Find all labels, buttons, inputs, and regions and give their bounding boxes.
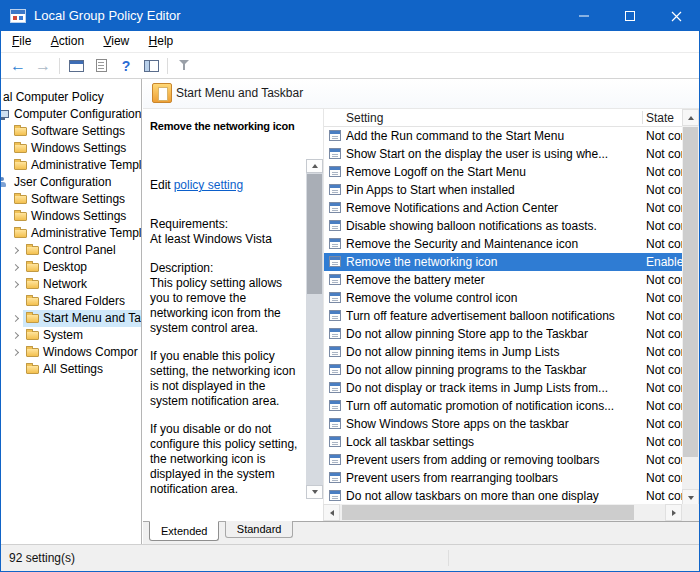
minimize-button[interactable] <box>561 1 607 31</box>
setting-row[interactable]: Do not allow pinning Store app to the Ta… <box>324 325 682 343</box>
tree-item-computer-configuration[interactable]: Computer Configuration <box>1 106 141 123</box>
setting-row[interactable]: Do not allow pinning programs to the Tas… <box>324 361 682 379</box>
filter-button[interactable] <box>175 56 193 76</box>
tree-item-shared-folders[interactable]: Shared Folders <box>1 293 141 310</box>
tree-item-software-settings-computer[interactable]: Software Settings <box>1 123 141 140</box>
toolbar-separator <box>167 58 168 74</box>
close-icon <box>671 11 682 22</box>
folder-icon <box>26 348 39 357</box>
setting-row[interactable]: Show Windows Store apps on the taskbarNo… <box>324 415 682 433</box>
back-button[interactable]: ← <box>9 56 27 76</box>
console-window-icon <box>69 60 84 72</box>
help-button[interactable]: ? <box>117 56 135 76</box>
policy-setting-icon <box>329 292 341 303</box>
setting-row[interactable]: Turn off automatic promotion of notifica… <box>324 397 682 415</box>
setting-row[interactable]: Lock all taskbar settingsNot configured <box>324 433 682 451</box>
scroll-up-button[interactable] <box>682 109 699 126</box>
chevron-right-icon[interactable] <box>12 281 19 288</box>
scroll-up-button[interactable] <box>306 159 323 173</box>
list-horizontal-scrollbar[interactable] <box>323 504 682 521</box>
policy-setting-icon <box>329 418 341 429</box>
chevron-right-icon[interactable] <box>12 247 19 254</box>
menu-help[interactable]: Help <box>141 31 182 53</box>
tab-extended[interactable]: Extended <box>149 521 219 541</box>
tree-item-system[interactable]: System <box>1 327 141 344</box>
column-header-state[interactable]: State <box>646 109 682 127</box>
policy-setting-icon <box>329 148 341 159</box>
setting-row[interactable]: Prevent users from adding or removing to… <box>324 451 682 469</box>
tree-item-windows-components[interactable]: Windows Compor <box>1 344 141 361</box>
computer-icon <box>1 110 9 118</box>
list-vertical-scrollbar[interactable] <box>682 109 699 506</box>
titlebar[interactable]: Local Group Policy Editor <box>1 1 699 31</box>
setting-row[interactable]: Remove the Security and Maintenance icon… <box>324 235 682 253</box>
column-header-setting[interactable]: Setting <box>346 109 383 127</box>
tree-item-local-computer-policy[interactable]: al Computer Policy <box>1 89 141 106</box>
banner-title: Start Menu and Taskbar <box>176 79 303 108</box>
folder-icon <box>26 280 39 289</box>
scrollbar-thumb[interactable] <box>342 505 634 520</box>
tree-item-software-settings-user[interactable]: Software Settings <box>1 191 141 208</box>
caption-buttons <box>561 1 699 31</box>
setting-row[interactable]: Add the Run command to the Start MenuNot… <box>324 127 682 145</box>
scroll-right-button[interactable] <box>665 504 682 521</box>
local-group-policy-editor-window: Local Group Policy Editor File Action Vi… <box>0 0 700 572</box>
description-scrollbar[interactable] <box>306 159 323 499</box>
setting-row[interactable]: Prevent users from rearranging toolbarsN… <box>324 469 682 487</box>
tree-item-administrative-templates-computer[interactable]: Administrative Templ <box>1 157 141 174</box>
close-button[interactable] <box>653 1 699 31</box>
forward-button[interactable]: → <box>34 56 52 76</box>
tree-item-desktop[interactable]: Desktop <box>1 259 141 276</box>
menubar: File Action View Help <box>1 31 699 53</box>
setting-row[interactable]: Show Start on the display the user is us… <box>324 145 682 163</box>
setting-row[interactable]: Do not display or track items in Jump Li… <box>324 379 682 397</box>
setting-row[interactable]: Do not allow taskbars on more than one d… <box>324 487 682 504</box>
tree-item-control-panel[interactable]: Control Panel <box>1 242 141 259</box>
chevron-right-icon[interactable] <box>12 315 19 322</box>
filter-funnel-icon <box>178 59 190 72</box>
setting-row[interactable]: Remove Notifications and Action CenterNo… <box>324 199 682 217</box>
scroll-down-button[interactable] <box>306 485 323 499</box>
list-body: Add the Run command to the Start MenuNot… <box>324 127 682 504</box>
policy-title: Remove the networking icon <box>150 119 300 134</box>
maximize-button[interactable] <box>607 1 653 31</box>
chevron-right-icon[interactable] <box>12 332 19 339</box>
setting-row-selected[interactable]: Remove the networking iconEnabled <box>324 253 682 271</box>
scrollbar-thumb[interactable] <box>683 127 698 457</box>
setting-row[interactable]: Remove the volume control iconNot config… <box>324 289 682 307</box>
chevron-right-icon[interactable] <box>12 349 19 356</box>
setting-row[interactable]: Pin Apps to Start when installedNot conf… <box>324 181 682 199</box>
tree-item-user-configuration[interactable]: Jser Configuration <box>1 174 141 191</box>
policy-setting-icon <box>329 166 341 177</box>
setting-row[interactable]: Disable showing balloon notifications as… <box>324 217 682 235</box>
tree-item-administrative-templates-user[interactable]: Administrative Templ <box>1 225 141 242</box>
export-list-button[interactable] <box>92 56 110 76</box>
menu-file[interactable]: File <box>4 31 39 53</box>
menu-view[interactable]: View <box>95 31 137 53</box>
show-console-tree-button[interactable] <box>67 56 85 76</box>
setting-row[interactable]: Turn off feature advertisement balloon n… <box>324 307 682 325</box>
maximize-icon <box>625 11 635 21</box>
folder-icon <box>14 229 27 238</box>
tree-item-windows-settings-computer[interactable]: Windows Settings <box>1 140 141 157</box>
help-icon: ? <box>122 58 131 74</box>
tab-standard[interactable]: Standard <box>225 521 294 538</box>
column-divider[interactable] <box>642 111 643 124</box>
setting-row[interactable]: Remove the battery meterNot configured <box>324 271 682 289</box>
tree-item-network[interactable]: Network <box>1 276 141 293</box>
user-icon <box>1 177 7 188</box>
tree-item-start-menu-and-taskbar[interactable]: Start Menu and Ta <box>1 310 141 327</box>
triangle-up-icon <box>312 164 318 168</box>
show-action-pane-button[interactable] <box>142 56 160 76</box>
setting-row[interactable]: Do not allow pinning items in Jump Lists… <box>324 343 682 361</box>
edit-policy-setting-link[interactable]: policy setting <box>174 178 243 192</box>
tree-item-all-settings[interactable]: All Settings <box>1 361 141 378</box>
tree-item-windows-settings-user[interactable]: Windows Settings <box>1 208 141 225</box>
menu-action[interactable]: Action <box>43 31 92 53</box>
scrollbar-thumb[interactable] <box>307 174 322 294</box>
policy-setting-icon <box>329 346 341 357</box>
setting-row[interactable]: Remove Logoff on the Start MenuNot confi… <box>324 163 682 181</box>
policy-setting-icon <box>329 238 341 249</box>
chevron-right-icon[interactable] <box>12 264 19 271</box>
scroll-left-button[interactable] <box>323 504 340 521</box>
